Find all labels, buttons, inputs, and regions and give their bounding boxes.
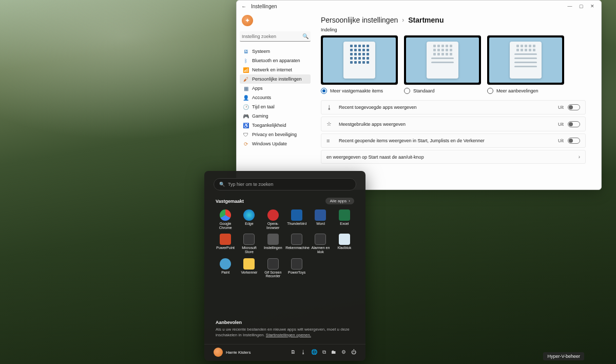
- app-label: Rekenmachine: [285, 246, 308, 250]
- layout-option-more-pinned[interactable]: [321, 35, 398, 85]
- tray-icon[interactable]: ⧉: [322, 349, 326, 355]
- app-tile-word[interactable]: Word: [309, 208, 332, 232]
- toggle-switch[interactable]: [568, 104, 580, 110]
- user-name: Harrie Kisters: [226, 350, 251, 355]
- app-icon: [243, 209, 255, 221]
- app-icon: [339, 234, 350, 245]
- layout-option-default[interactable]: [404, 35, 481, 85]
- breadcrumb-parent[interactable]: Persoonlijke instellingen: [321, 16, 398, 24]
- tray-icon[interactable]: 🖿: [331, 349, 336, 355]
- sidebar-item-persoonlijke-instellingen[interactable]: 🖌Persoonlijke instellingen: [240, 74, 311, 84]
- app-label: Google Chrome: [214, 222, 237, 229]
- nav-label: Windows Update: [252, 141, 287, 146]
- app-tile-microsoft-store[interactable]: Microsoft Store: [237, 233, 261, 256]
- search-placeholder: Instelling zoeken: [242, 34, 276, 39]
- app-icon: [291, 209, 302, 221]
- layout-section-label: Indeling: [321, 27, 586, 32]
- start-search-input[interactable]: 🔍 Typ hier om te zoeken: [214, 178, 356, 190]
- app-tile-gif-screen-recorder[interactable]: Gif Screen Recorder: [261, 257, 285, 280]
- layout-radio[interactable]: Meer aanbevelingen: [487, 88, 564, 94]
- nav-icon: 👤: [243, 94, 249, 101]
- sidebar-item-apps[interactable]: ▦Apps: [240, 84, 311, 93]
- nav-icon: 🖌: [243, 76, 249, 82]
- sidebar-item-accounts[interactable]: 👤Accounts: [240, 93, 311, 102]
- settings-content: Persoonlijke instellingen › Startmenu In…: [314, 12, 601, 189]
- sidebar-item-netwerk-en-internet[interactable]: 📶Netwerk en internet: [240, 65, 311, 74]
- layout-radio[interactable]: Standaard: [404, 88, 481, 94]
- app-tile-powertoys[interactable]: PowerToys: [285, 257, 309, 280]
- tray-icon[interactable]: 🌐: [311, 349, 317, 355]
- close-button[interactable]: ✕: [587, 2, 598, 11]
- start-footer: Harrie Kisters 🗎⭳🌐⧉🖿⚙⏻: [204, 344, 365, 357]
- layout-radio[interactable]: Meer vastgemaakte items: [321, 88, 398, 94]
- app-tile-instellingen[interactable]: Instellingen: [261, 233, 285, 256]
- user-account-button[interactable]: Harrie Kisters: [214, 348, 251, 357]
- app-tile-kladblok[interactable]: Kladblok: [333, 233, 356, 256]
- recommended-description: Als u uw recente bestanden en nieuwe app…: [216, 327, 354, 338]
- toggle-state: Uit: [558, 138, 564, 143]
- app-label: Excel: [340, 222, 349, 226]
- tray-icon[interactable]: ⏻: [351, 349, 356, 355]
- app-tile-edge[interactable]: Edge: [237, 208, 261, 232]
- sidebar-item-privacy-en-beveiliging[interactable]: 🛡Privacy en beveiliging: [240, 130, 311, 139]
- nav-icon: 📶: [243, 67, 249, 73]
- setting-toggle-row[interactable]: ≡Recent geopende items weergeven in Star…: [321, 133, 586, 148]
- sidebar-item-bluetooth-en-apparaten[interactable]: ᛒBluetooth en apparaten: [240, 56, 311, 65]
- sidebar-item-windows-update[interactable]: ⟳Windows Update: [240, 139, 311, 148]
- toggle-switch[interactable]: [568, 121, 580, 127]
- setting-label: Meestgebruikte apps weergeven: [339, 122, 406, 127]
- app-icon: [291, 234, 302, 245]
- minimize-button[interactable]: —: [564, 2, 575, 11]
- app-tile-rekenmachine[interactable]: Rekenmachine: [285, 233, 309, 256]
- folders-expand-row[interactable]: en weergegeven op Start naast de aan/uit…: [321, 150, 586, 164]
- chevron-right-icon: ›: [579, 154, 580, 160]
- search-icon: 🔍: [302, 33, 309, 39]
- sidebar-item-gaming[interactable]: 🎮Gaming: [240, 111, 311, 121]
- app-label: Edge: [245, 222, 253, 226]
- sidebar-item-toegankelijkheid[interactable]: ♿Toegankelijkheid: [240, 121, 311, 130]
- nav-label: Toegankelijkheid: [252, 123, 286, 128]
- all-apps-label: Alle apps: [330, 199, 346, 203]
- nav-label: Systeem: [252, 49, 270, 54]
- app-tile-thunderbird[interactable]: Thunderbird: [285, 208, 309, 232]
- maximize-button[interactable]: ▢: [575, 2, 587, 11]
- app-label: Instellingen: [264, 246, 282, 250]
- tray-icon[interactable]: ⭳: [301, 349, 306, 355]
- app-tile-paint[interactable]: Paint: [214, 257, 237, 280]
- app-icon: [243, 258, 255, 270]
- app-tile-excel[interactable]: Excel: [333, 208, 356, 232]
- pinned-label: Vastgemaakt: [216, 199, 244, 204]
- app-icon: [243, 234, 255, 245]
- app-tile-powerpoint[interactable]: PowerPoint: [214, 233, 237, 256]
- start-search-placeholder: Typ hier om te zoeken: [228, 182, 274, 187]
- sidebar-item-systeem[interactable]: 🖥Systeem: [240, 47, 311, 56]
- app-tile-alarmen-en-klok[interactable]: Alarmen en klok: [309, 233, 332, 256]
- nav-icon: 🎮: [243, 113, 249, 119]
- open-start-settings-link[interactable]: Startinstellingen openen.: [266, 333, 311, 337]
- nav-label: Netwerk en internet: [252, 67, 292, 72]
- settings-search-input[interactable]: Instelling zoeken 🔍: [240, 31, 311, 42]
- all-apps-button[interactable]: Alle apps ›: [325, 198, 354, 204]
- user-avatar-icon[interactable]: ✦: [242, 15, 253, 26]
- radio-icon: [487, 88, 493, 94]
- nav-label: Gaming: [252, 113, 268, 119]
- tray-icon[interactable]: ⚙: [341, 349, 346, 355]
- app-tile-opera-browser[interactable]: Opera-browser: [261, 208, 285, 232]
- user-avatar-icon: [214, 348, 223, 357]
- app-label: Microsoft Store: [238, 246, 260, 254]
- app-tile-verkenner[interactable]: Verkenner: [237, 257, 261, 280]
- tray-icon[interactable]: 🗎: [291, 349, 296, 355]
- taskbar-app-label[interactable]: Hyper-V-beheer: [543, 352, 584, 360]
- app-tile-google-chrome[interactable]: Google Chrome: [214, 208, 237, 232]
- setting-toggle-row[interactable]: ☆Meestgebruikte apps weergevenUit: [321, 117, 586, 131]
- pinned-apps-grid: Google ChromeEdgeOpera-browserThunderbir…: [214, 208, 356, 280]
- setting-toggle-row[interactable]: ⭳Recent toegevoegde apps weergevenUit: [321, 100, 586, 114]
- back-button[interactable]: ←: [240, 4, 248, 9]
- setting-label: Recent toegevoegde apps weergeven: [339, 105, 417, 110]
- toggle-state: Uit: [558, 122, 564, 127]
- toggle-switch[interactable]: [568, 138, 580, 144]
- layout-option-more-recommendations[interactable]: [487, 35, 564, 85]
- pinned-header: Vastgemaakt Alle apps ›: [216, 198, 354, 204]
- app-label: PowerPoint: [216, 246, 235, 250]
- sidebar-item-tijd-en-taal[interactable]: 🕑Tijd en taal: [240, 102, 311, 111]
